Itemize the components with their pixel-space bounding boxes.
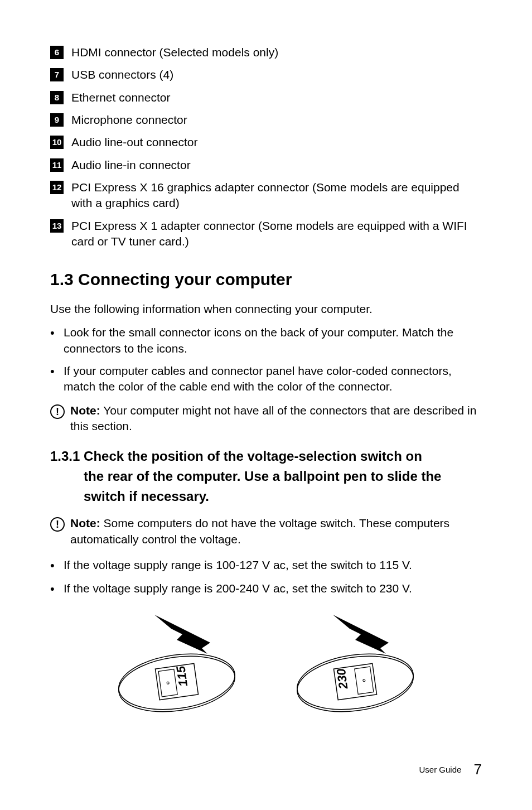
subsection-heading-1-3-1: 1.3.1 Check the position of the voltage-…: [50, 446, 482, 507]
item-number-badge: 10: [50, 136, 64, 149]
footer-label: User Guide: [419, 765, 461, 774]
alert-icon: !: [50, 403, 70, 435]
list-item: 8Ethernet connector: [50, 90, 482, 105]
list-item: 12PCI Express X 16 graphics adapter conn…: [50, 180, 482, 211]
item-text: Ethernet connector: [71, 90, 482, 105]
connector-numbered-list: 6HDMI connector (Selected models only) 7…: [50, 45, 482, 249]
voltage-switch-230-figure: 230: [283, 609, 428, 715]
note-text: Note: Your computer might not have all o…: [70, 403, 482, 435]
bullet-dot-icon: [50, 325, 64, 356]
heading-line: the rear of the computer. Use a ballpoin…: [50, 466, 482, 507]
bullet-dot-icon: [50, 557, 64, 574]
section-heading-1-3: 1.3 Connecting your computer: [50, 268, 482, 291]
item-number-badge: 7: [50, 68, 64, 81]
bullet-item: If your computer cables and connector pa…: [50, 363, 482, 395]
section-intro: Use the following information when conne…: [50, 301, 482, 317]
bullet-list: If the voltage supply range is 100-127 V…: [50, 557, 482, 597]
list-item: 10Audio line-out connector: [50, 134, 482, 150]
item-text: Audio line-in connector: [71, 157, 482, 173]
item-number-badge: 8: [50, 91, 64, 104]
list-item: 7USB connectors (4): [50, 67, 482, 83]
voltage-switch-figures: 115 230: [50, 609, 482, 715]
alert-icon: !: [50, 515, 70, 547]
bullet-text: If your computer cables and connector pa…: [64, 363, 482, 395]
bullet-text: If the voltage supply range is 200-240 V…: [64, 581, 482, 597]
note-body: Some computers do not have the voltage s…: [70, 517, 449, 545]
item-number-badge: 11: [50, 158, 64, 172]
bullet-text: Look for the small connector icons on th…: [64, 325, 482, 356]
note-body: Your computer might not have all of the …: [70, 404, 476, 432]
note-block: ! Note: Some computers do not have the v…: [50, 515, 482, 547]
item-text: PCI Express X 16 graphics adapter connec…: [71, 180, 482, 211]
item-text: HDMI connector (Selected models only): [71, 45, 482, 60]
bullet-list: Look for the small connector icons on th…: [50, 325, 482, 394]
switch-label-230: 230: [334, 668, 351, 691]
list-item: 13PCI Express X 1 adapter connector (Som…: [50, 218, 482, 250]
voltage-switch-115-figure: 115: [104, 609, 249, 715]
item-number-badge: 9: [50, 113, 64, 127]
switch-label-115: 115: [173, 665, 190, 688]
list-item: 6HDMI connector (Selected models only): [50, 45, 482, 60]
item-text: Audio line-out connector: [71, 134, 482, 150]
item-number-badge: 12: [50, 181, 64, 194]
heading-line: 1.3.1 Check the position of the voltage-…: [50, 449, 422, 464]
note-text: Note: Some computers do not have the vol…: [70, 515, 482, 547]
list-item: 9Microphone connector: [50, 112, 482, 128]
bullet-dot-icon: [50, 581, 64, 597]
list-item: 11Audio line-in connector: [50, 157, 482, 173]
item-text: USB connectors (4): [71, 67, 482, 83]
bullet-item: If the voltage supply range is 100-127 V…: [50, 557, 482, 574]
bullet-dot-icon: [50, 363, 64, 395]
item-text: Microphone connector: [71, 112, 482, 128]
bullet-item: If the voltage supply range is 200-240 V…: [50, 581, 482, 597]
page-footer: User Guide 7: [419, 760, 482, 779]
svg-rect-8: [355, 667, 374, 694]
note-block: ! Note: Your computer might not have all…: [50, 403, 482, 435]
note-label: Note:: [70, 404, 100, 417]
bullet-item: Look for the small connector icons on th…: [50, 325, 482, 356]
item-text: PCI Express X 1 adapter connector (Some …: [71, 218, 482, 250]
page-number: 7: [474, 761, 482, 778]
bullet-text: If the voltage supply range is 100-127 V…: [64, 557, 482, 574]
item-number-badge: 13: [50, 219, 64, 233]
note-label: Note:: [70, 517, 100, 529]
item-number-badge: 6: [50, 46, 64, 59]
